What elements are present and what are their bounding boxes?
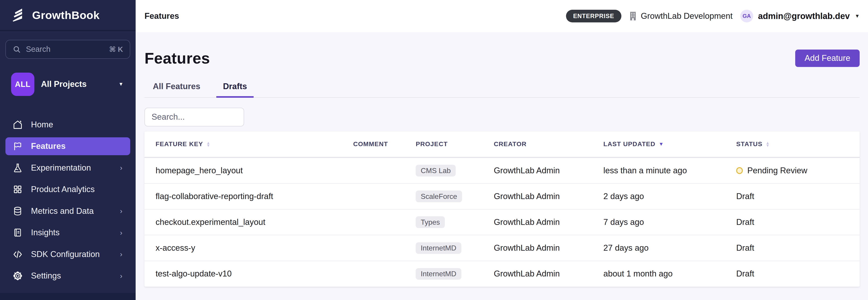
building-icon — [629, 11, 637, 20]
app-window: GrowthBook ⌘ K ALL All Projects ▼ Home F… — [0, 0, 868, 300]
last-updated-cell: 27 days ago — [603, 243, 736, 253]
last-updated-cell: about 1 month ago — [603, 269, 736, 278]
column-header-feature-key[interactable]: FEATURE KEY▲▼ — [156, 141, 353, 148]
sidebar-item-experimentation[interactable]: Experimentation › — [5, 159, 130, 177]
sidebar-item-label: Features — [31, 141, 123, 151]
tab-all-features[interactable]: All Features — [145, 82, 207, 97]
table-row[interactable]: test-algo-update-v10 InternetMD GrowthLa… — [145, 261, 860, 287]
table-row[interactable]: homepage_hero_layout CMS Lab GrowthLab A… — [145, 157, 860, 183]
sidebar-item-label: Experimentation — [31, 163, 120, 173]
project-tag: Types — [416, 216, 445, 228]
sidebar-footer — [0, 293, 135, 300]
breadcrumb: Features — [145, 11, 179, 21]
project-badge: ALL — [11, 72, 34, 96]
page-content: Features Add Feature All Features Drafts… — [135, 32, 868, 300]
chevron-right-icon: › — [120, 272, 123, 280]
table-header-row: FEATURE KEY▲▼ COMMENT PROJECT CREATOR LA… — [145, 131, 860, 157]
growthbook-logo-icon — [9, 6, 28, 24]
project-tag: ScaleForce — [416, 190, 462, 202]
column-header-comment: COMMENT — [353, 141, 416, 148]
logo-row[interactable]: GrowthBook — [0, 0, 135, 31]
status-badge: Draft — [736, 191, 754, 201]
user-menu[interactable]: GA admin@growthlab.dev ▼ — [740, 10, 860, 22]
flask-icon — [12, 162, 23, 173]
tab-drafts[interactable]: Drafts — [216, 82, 254, 97]
column-header-status[interactable]: STATUS▲▼ — [736, 141, 848, 148]
sidebar-item-label: Home — [31, 120, 123, 129]
sidebar: GrowthBook ⌘ K ALL All Projects ▼ Home F… — [0, 0, 135, 300]
page-title: Features — [145, 49, 210, 67]
status-badge: Draft — [736, 217, 754, 227]
table-row[interactable]: checkout.experimental_layout Types Growt… — [145, 209, 860, 235]
sidebar-item-label: Insights — [31, 228, 120, 237]
chevron-right-icon: › — [120, 229, 123, 237]
sidebar-item-label: Settings — [31, 271, 120, 280]
status-badge: Draft — [736, 243, 754, 253]
feature-key[interactable]: checkout.experimental_layout — [156, 217, 353, 227]
sidebar-item-label: Metrics and Data — [31, 206, 120, 216]
feature-key[interactable]: x-access-y — [156, 243, 353, 253]
column-header-last-updated[interactable]: LAST UPDATED▼ — [603, 141, 736, 148]
sort-desc-icon: ▼ — [659, 142, 664, 147]
sort-icon: ▲▼ — [766, 141, 770, 147]
add-feature-button[interactable]: Add Feature — [795, 50, 860, 67]
search-shortcut-hint: ⌘ K — [109, 45, 123, 54]
creator-cell: GrowthLab Admin — [494, 269, 603, 278]
code-icon — [12, 249, 23, 260]
status-badge: Pending Review — [747, 166, 807, 175]
sidebar-item-label: SDK Configuration — [31, 249, 120, 259]
last-updated-cell: 2 days ago — [603, 191, 736, 201]
last-updated-cell: less than a minute ago — [603, 166, 736, 175]
project-tag: InternetMD — [416, 268, 461, 280]
feature-key[interactable]: flag-collaborative-reporting-draft — [156, 191, 353, 201]
sidebar-item-product-analytics[interactable]: Product Analytics — [5, 181, 130, 198]
avatar: GA — [740, 10, 753, 22]
main-area: Features ENTERPRISE GrowthLab Developmen… — [135, 0, 868, 300]
feature-key[interactable]: test-algo-update-v10 — [156, 269, 353, 278]
column-header-creator: CREATOR — [494, 141, 603, 148]
sidebar-nav: Home Features Experimentation › Product … — [0, 112, 135, 289]
journal-icon — [12, 227, 23, 238]
user-email: admin@growthlab.dev — [758, 11, 850, 21]
chevron-right-icon: › — [120, 207, 123, 215]
sidebar-item-features[interactable]: Features — [5, 137, 130, 155]
home-icon — [12, 119, 23, 130]
column-header-project: PROJECT — [416, 141, 494, 148]
table-row[interactable]: x-access-y InternetMD GrowthLab Admin 27… — [145, 235, 860, 261]
creator-cell: GrowthLab Admin — [494, 243, 603, 253]
tab-bar: All Features Drafts — [145, 82, 860, 98]
sidebar-item-metrics-and-data[interactable]: Metrics and Data › — [5, 202, 130, 220]
database-icon — [12, 205, 23, 216]
sidebar-item-sdk-configuration[interactable]: SDK Configuration › — [5, 245, 130, 263]
sidebar-item-insights[interactable]: Insights › — [5, 224, 130, 241]
feature-key[interactable]: homepage_hero_layout — [156, 166, 353, 175]
status-dot — [736, 167, 743, 174]
project-tag: InternetMD — [416, 242, 461, 254]
plan-badge: ENTERPRISE — [566, 10, 622, 22]
gear-icon — [12, 270, 23, 281]
creator-cell: GrowthLab Admin — [494, 166, 603, 175]
chevron-down-icon: ▼ — [119, 81, 123, 87]
sidebar-item-label: Product Analytics — [31, 185, 123, 194]
sidebar-search[interactable]: ⌘ K — [5, 40, 130, 59]
grid-icon — [12, 184, 23, 195]
feature-search-input[interactable] — [145, 108, 244, 126]
creator-cell: GrowthLab Admin — [494, 191, 603, 201]
sidebar-item-home[interactable]: Home — [5, 116, 130, 133]
top-bar: Features ENTERPRISE GrowthLab Developmen… — [135, 0, 868, 32]
chevron-right-icon: › — [120, 163, 123, 172]
table-row[interactable]: flag-collaborative-reporting-draft Scale… — [145, 183, 860, 209]
features-table: FEATURE KEY▲▼ COMMENT PROJECT CREATOR LA… — [145, 131, 860, 287]
sort-icon: ▲▼ — [206, 141, 211, 147]
creator-cell: GrowthLab Admin — [494, 217, 603, 227]
chevron-down-icon: ▼ — [855, 13, 860, 19]
sidebar-search-input[interactable] — [26, 45, 109, 54]
project-selector[interactable]: ALL All Projects ▼ — [5, 72, 130, 96]
search-icon — [13, 45, 21, 54]
project-tag: CMS Lab — [416, 165, 456, 177]
logo-text: GrowthBook — [32, 9, 100, 22]
chevron-right-icon: › — [120, 250, 123, 259]
sidebar-item-settings[interactable]: Settings › — [5, 267, 130, 284]
org-name: GrowthLab Development — [641, 11, 733, 21]
org-switcher[interactable]: GrowthLab Development — [629, 11, 733, 21]
